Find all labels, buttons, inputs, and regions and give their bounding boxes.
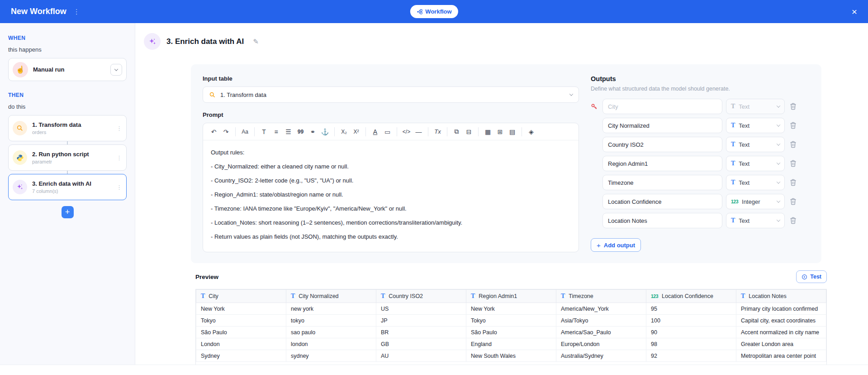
table-cell: JP <box>376 315 466 327</box>
search-icon <box>13 121 27 135</box>
delete-output-button[interactable] <box>790 179 797 186</box>
trigger-card-manual-run[interactable]: ☝ Manual run <box>8 58 127 81</box>
workflow-button-label: Workflow <box>425 8 451 15</box>
table-cell: 100 <box>646 315 736 327</box>
sidebar-step-enrich-data-with-ai[interactable]: 3. Enrich data with AI 7 column(s) ⋮ <box>8 174 127 200</box>
chevron-down-icon <box>777 123 780 126</box>
ink-icon[interactable]: ◈ <box>526 126 537 138</box>
horizontal-rule-icon[interactable]: — <box>413 126 424 138</box>
output-name-input[interactable] <box>602 118 722 133</box>
toolbar-divider <box>254 127 255 136</box>
output-type-select[interactable]: TText <box>726 213 785 228</box>
output-type-select[interactable]: TText <box>726 118 785 133</box>
font-size-icon[interactable]: Aa <box>239 126 251 138</box>
text-type-icon: T <box>731 160 735 167</box>
step-menu-icon[interactable]: ⋮ <box>116 154 122 161</box>
minus-box-icon[interactable]: ⊟ <box>463 126 474 138</box>
output-type-select[interactable]: TText <box>726 99 785 114</box>
text-type-icon: T <box>731 141 735 148</box>
prompt-editor[interactable]: Output rules:- City_Normalized: either a… <box>203 140 579 252</box>
delete-output-button[interactable] <box>790 198 797 205</box>
workflow-sidebar: WHEN this happens ☝ Manual run THEN do t… <box>0 23 135 365</box>
toolbar-divider <box>447 127 447 136</box>
table-row: LondonlondonGBEnglandEurope/London98Grea… <box>196 338 826 350</box>
output-type-select[interactable]: TText <box>726 175 785 190</box>
preview-section: Preview Test TCityTCity NormalizedTCount… <box>195 270 827 365</box>
text-type-icon: T <box>561 293 565 299</box>
clear-formatting-icon[interactable]: Tx <box>432 126 443 138</box>
sidebar-step-run-python-script[interactable]: 2. Run python script parametr ⋮ <box>8 144 127 171</box>
table-row: São Paulosao pauloBRSão PauloAmerica/Sao… <box>196 327 826 338</box>
step-connector <box>67 171 68 174</box>
underline-icon[interactable]: A <box>370 126 381 138</box>
step-menu-icon[interactable]: ⋮ <box>116 125 122 132</box>
code-icon[interactable]: </> <box>401 126 412 138</box>
output-type-select[interactable]: TText <box>726 137 785 152</box>
output-type-label: Text <box>739 179 749 186</box>
copy-block-icon[interactable]: ⧉ <box>451 126 462 138</box>
subscript-icon[interactable]: X₂ <box>338 126 350 138</box>
bullet-list-icon[interactable]: ☰ <box>283 126 294 138</box>
superscript-icon[interactable]: X² <box>351 126 362 138</box>
title-menu-icon[interactable]: ⋮ <box>73 8 80 16</box>
output-name-input[interactable] <box>602 175 722 190</box>
output-name-input[interactable] <box>602 137 722 152</box>
output-type-select[interactable]: 123Integer <box>726 194 785 209</box>
output-name-input[interactable] <box>602 156 722 171</box>
highlight-icon[interactable]: ▭ <box>382 126 393 138</box>
undo-icon[interactable]: ↶ <box>208 126 219 138</box>
output-name-input[interactable] <box>602 213 722 228</box>
table-cell: Sydney <box>196 350 286 362</box>
add-output-button[interactable]: + Add output <box>591 238 641 252</box>
delete-output-button[interactable] <box>790 160 797 167</box>
text-style-icon[interactable]: T <box>258 126 270 138</box>
text-type-icon: T <box>731 179 735 186</box>
column-header: TRegion Admin1 <box>466 290 556 303</box>
edit-title-icon[interactable]: ✎ <box>253 38 259 46</box>
link-icon[interactable]: ⚭ <box>307 126 318 138</box>
step-config-panel: Input table 1. Transform data Prompt ↶↷A… <box>191 64 821 263</box>
workflow-mode-button[interactable]: Workflow <box>410 5 458 18</box>
sidebar-step-transform-data[interactable]: 1. Transform data orders ⋮ <box>8 115 127 141</box>
table-cell: US <box>376 303 466 315</box>
toolbar-divider <box>428 127 428 136</box>
manual-run-icon: ☝ <box>13 62 28 77</box>
align-icon[interactable]: ≡ <box>270 126 282 138</box>
test-button[interactable]: Test <box>796 270 827 283</box>
output-type-label: Text <box>739 141 749 148</box>
output-name-input[interactable] <box>602 194 722 209</box>
table-row: SydneysydneyAUNew South WalesAustralia/S… <box>196 350 826 362</box>
input-table-select[interactable]: 1. Transform data <box>203 87 579 103</box>
add-step-button[interactable]: + <box>62 206 74 218</box>
table-cell: London <box>196 338 286 350</box>
output-type-select[interactable]: TText <box>726 156 785 171</box>
output-field-row: TText <box>591 99 809 114</box>
blockquote-icon[interactable]: 99 <box>295 126 306 138</box>
delete-output-button[interactable] <box>790 141 797 148</box>
table-icon[interactable]: ▦ <box>482 126 493 138</box>
preview-table: TCityTCity NormalizedTCountry ISO2TRegio… <box>195 289 827 365</box>
trigger-label: Manual run <box>33 66 64 73</box>
output-name-input[interactable] <box>602 99 722 114</box>
workflow-title: New Workflow <box>11 7 66 16</box>
delete-output-button[interactable] <box>790 122 797 129</box>
insert-row-icon[interactable]: ⊞ <box>494 126 506 138</box>
step-menu-icon[interactable]: ⋮ <box>116 184 122 191</box>
output-type-label: Text <box>739 160 749 167</box>
when-section-label: WHEN <box>8 35 127 41</box>
output-field-row: TText <box>591 118 809 133</box>
delete-output-button[interactable] <box>790 217 797 224</box>
delete-table-icon[interactable]: ▤ <box>507 126 518 138</box>
close-icon[interactable]: × <box>852 7 857 16</box>
sparkles-icon <box>144 33 161 50</box>
workflow-graph-icon <box>416 9 422 15</box>
table-cell: Accent normalized in city name <box>736 327 826 338</box>
preview-header-row: TCityTCity NormalizedTCountry ISO2TRegio… <box>196 290 826 303</box>
step-subtitle: parametr <box>32 159 89 164</box>
anchor-icon[interactable]: ⚓ <box>319 126 331 138</box>
prompt-line: - Country_ISO2: 2-letter code (e.g., "US… <box>211 177 571 184</box>
prompt-line: - Timezone: IANA timezone like "Europe/K… <box>211 205 571 212</box>
trigger-expand-button[interactable] <box>110 64 122 76</box>
redo-icon[interactable]: ↷ <box>220 126 232 138</box>
delete-output-button[interactable] <box>790 103 797 110</box>
